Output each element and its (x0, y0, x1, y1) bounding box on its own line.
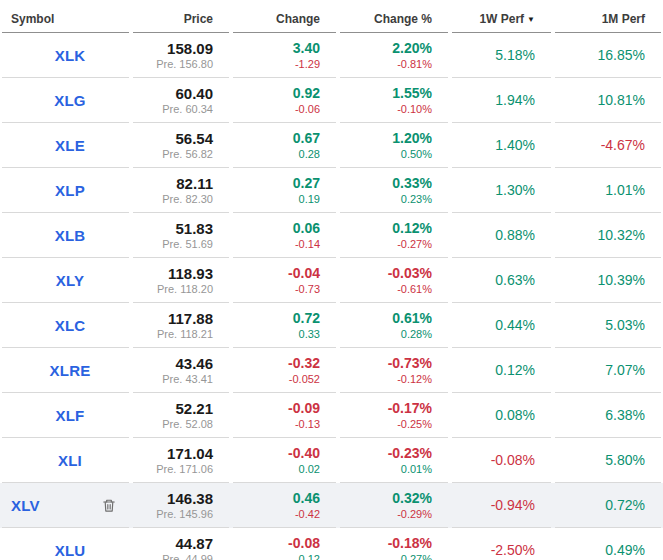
column-header-1m-perf[interactable]: 1M Perf (555, 0, 661, 33)
symbol-link[interactable]: XLV (11, 497, 40, 514)
price-cell: 52.21 Pre. 52.08 (133, 393, 229, 438)
change-cell: -0.40 0.02 (233, 438, 336, 483)
perf-1w-value: -2.50% (491, 542, 535, 558)
perf-1m-cell: 5.03% (555, 303, 661, 348)
change-pct-sub-value: -0.29% (397, 507, 432, 521)
perf-1w-value: 0.08% (495, 407, 535, 423)
symbol-link[interactable]: XLB (55, 227, 86, 244)
symbol-link[interactable]: XLY (56, 272, 84, 289)
price-value: 158.09 (167, 40, 213, 57)
table-row[interactable]: XLI 171.04 Pre. 171.06 -0.40 0.02 -0.23%… (0, 438, 663, 483)
change-pct-cell: 2.20% -0.81% (340, 33, 448, 78)
table-row[interactable]: XLV 146.38 Pre. 145.96 0.46 -0.42 0.32% … (0, 483, 663, 528)
price-value: 118.93 (168, 265, 213, 282)
sort-arrow-icon: ▼ (527, 14, 535, 26)
symbol-cell: XLY (2, 258, 129, 303)
symbol-cell: XLG (2, 78, 129, 123)
column-header-change[interactable]: Change (233, 0, 336, 33)
table-row[interactable]: XLE 56.54 Pre. 56.82 0.67 0.28 1.20% 0.5… (0, 123, 663, 168)
change-cell: -0.04 -0.73 (233, 258, 336, 303)
table-row[interactable]: XLG 60.40 Pre. 60.34 0.92 -0.06 1.55% -0… (0, 78, 663, 123)
price-cell: 44.87 Pre. 44.99 (133, 528, 229, 560)
price-cell: 43.46 Pre. 43.41 (133, 348, 229, 393)
perf-1m-value: 7.07% (605, 362, 645, 378)
premarket-price: Pre. 52.08 (162, 417, 213, 431)
change-pct-cell: -0.17% -0.25% (340, 393, 448, 438)
premarket-price: Pre. 60.34 (162, 102, 213, 116)
change-pct-sub-value: 0.27% (401, 552, 432, 560)
change-pct-value: 2.20% (392, 40, 432, 57)
price-cell: 56.54 Pre. 56.82 (133, 123, 229, 168)
symbol-link[interactable]: XLRE (50, 362, 91, 379)
symbol-link[interactable]: XLP (55, 182, 85, 199)
table-row[interactable]: XLF 52.21 Pre. 52.08 -0.09 -0.13 -0.17% … (0, 393, 663, 438)
change-cell: 0.92 -0.06 (233, 78, 336, 123)
change-pct-value: -0.03% (388, 265, 432, 282)
symbol-link[interactable]: XLI (58, 452, 82, 469)
perf-1w-value: 0.88% (495, 227, 535, 243)
table-row[interactable]: XLRE 43.46 Pre. 43.41 -0.32 -0.052 -0.73… (0, 348, 663, 393)
change-cell: -0.09 -0.13 (233, 393, 336, 438)
change-pct-cell: -0.03% -0.61% (340, 258, 448, 303)
price-value: 52.21 (175, 400, 213, 417)
column-header-1w-perf[interactable]: 1W Perf▼ (452, 0, 551, 33)
table-row[interactable]: XLU 44.87 Pre. 44.99 -0.08 0.12 -0.18% 0… (0, 528, 663, 560)
change-sub-value: 0.33 (299, 327, 320, 341)
symbol-link[interactable]: XLC (55, 317, 86, 334)
perf-1w-value: 1.30% (495, 182, 535, 198)
change-sub-value: 0.12 (299, 552, 320, 560)
price-cell: 118.93 Pre. 118.20 (133, 258, 229, 303)
table-row[interactable]: XLC 117.88 Pre. 118.21 0.72 0.33 0.61% 0… (0, 303, 663, 348)
change-cell: 0.46 -0.42 (233, 483, 336, 528)
price-cell: 171.04 Pre. 171.06 (133, 438, 229, 483)
column-header-symbol[interactable]: Symbol (2, 0, 129, 33)
trash-icon[interactable] (101, 497, 117, 514)
change-pct-sub-value: -0.10% (397, 102, 432, 116)
symbol-link[interactable]: XLE (55, 137, 85, 154)
symbol-link[interactable]: XLK (55, 47, 86, 64)
change-sub-value: 0.28 (299, 147, 320, 161)
change-pct-sub-value: 0.23% (401, 192, 432, 206)
perf-1w-cell: 1.30% (452, 168, 551, 213)
perf-1m-value: -4.67% (601, 137, 645, 153)
change-cell: 0.67 0.28 (233, 123, 336, 168)
change-sub-value: -1.29 (295, 57, 320, 71)
change-pct-value: -0.23% (388, 445, 432, 462)
perf-1w-cell: 1.40% (452, 123, 551, 168)
symbol-link[interactable]: XLF (56, 407, 85, 424)
column-header-change-[interactable]: Change % (340, 0, 448, 33)
premarket-price: Pre. 44.99 (162, 552, 213, 560)
change-pct-value: 1.20% (392, 130, 432, 147)
change-pct-sub-value: -0.81% (397, 57, 432, 71)
price-value: 82.11 (176, 175, 213, 192)
price-cell: 60.40 Pre. 60.34 (133, 78, 229, 123)
perf-1w-cell: 0.88% (452, 213, 551, 258)
change-pct-sub-value: -0.12% (397, 372, 432, 386)
change-pct-value: -0.17% (388, 400, 432, 417)
change-cell: 0.27 0.19 (233, 168, 336, 213)
column-header-price[interactable]: Price (133, 0, 229, 33)
symbol-link[interactable]: XLG (54, 92, 85, 109)
table-row[interactable]: XLK 158.09 Pre. 156.80 3.40 -1.29 2.20% … (0, 33, 663, 78)
symbol-link[interactable]: XLU (55, 542, 86, 559)
premarket-price: Pre. 51.69 (162, 237, 213, 251)
change-pct-value: 1.55% (392, 85, 432, 102)
column-header-label: Change (276, 12, 320, 26)
symbol-cell: XLC (2, 303, 129, 348)
change-value: 0.27 (293, 175, 320, 192)
change-value: 3.40 (293, 40, 320, 57)
perf-1m-value: 10.32% (598, 227, 645, 243)
perf-1m-cell: -4.67% (555, 123, 661, 168)
table-row[interactable]: XLP 82.11 Pre. 82.30 0.27 0.19 0.33% 0.2… (0, 168, 663, 213)
table-row[interactable]: XLB 51.83 Pre. 51.69 0.06 -0.14 0.12% -0… (0, 213, 663, 258)
column-header-label: Change % (374, 12, 432, 26)
change-pct-cell: 0.32% -0.29% (340, 483, 448, 528)
change-pct-cell: 0.61% 0.28% (340, 303, 448, 348)
price-value: 60.40 (175, 85, 213, 102)
table-row[interactable]: XLY 118.93 Pre. 118.20 -0.04 -0.73 -0.03… (0, 258, 663, 303)
perf-1w-value: 1.40% (495, 137, 535, 153)
change-sub-value: 0.02 (299, 462, 320, 476)
perf-1m-cell: 0.72% (555, 483, 661, 528)
change-value: 0.06 (293, 220, 320, 237)
symbol-cell: XLF (2, 393, 129, 438)
